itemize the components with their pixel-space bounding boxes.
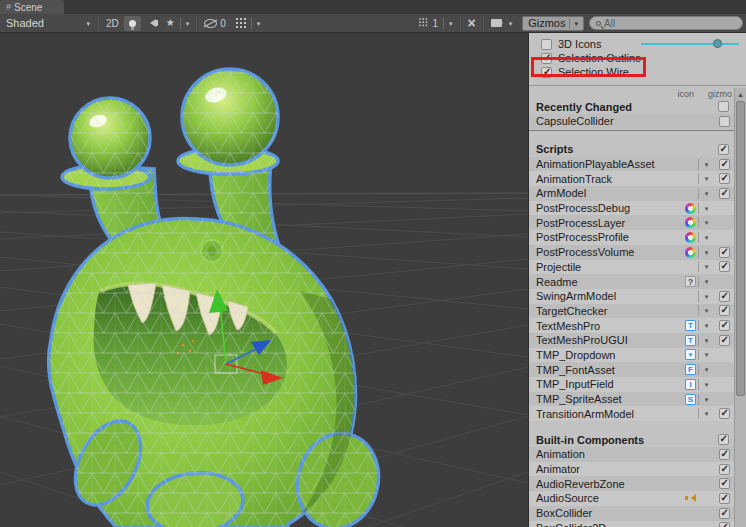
row-gizmo-dropdown	[698, 464, 714, 475]
gizmos-dropdown-button[interactable]: Gizmos ▾	[522, 16, 584, 31]
audio-toggle-button[interactable]	[141, 16, 161, 31]
row-gizmo-dropdown[interactable]: ▾	[698, 305, 714, 316]
row-gizmo-dropdown[interactable]: ▾	[698, 159, 714, 170]
hidden-objects-button[interactable]: 0	[199, 16, 231, 31]
row-gizmo-dropdown[interactable]: ▾	[698, 291, 714, 302]
gizmo-row: BoxCollider2D	[529, 521, 734, 527]
slider-handle[interactable]	[713, 39, 722, 48]
gizmo-row: AudioSource	[529, 491, 734, 506]
section-checkbox-built-in-components[interactable]	[718, 434, 729, 445]
button-divider	[251, 18, 252, 29]
scene-search-field[interactable]	[589, 16, 743, 30]
row-gizmo-dropdown[interactable]: ▾	[698, 408, 714, 419]
button-divider	[180, 18, 181, 29]
row-icon-slot: T	[683, 335, 698, 346]
row-checkbox[interactable]	[719, 408, 730, 419]
row-label: TMP_FontAsset	[536, 364, 683, 376]
row-gizmo-dropdown[interactable]: ▾	[698, 364, 714, 375]
row-gizmo-dropdown[interactable]: ▾	[698, 320, 714, 331]
row-gizmo-dropdown[interactable]: ▾	[698, 261, 714, 272]
shading-mode-label: Shaded	[6, 17, 86, 29]
scene-viewport[interactable]	[0, 33, 528, 527]
row-checkbox[interactable]	[719, 188, 730, 199]
row-checkbox[interactable]	[719, 522, 730, 527]
row-icon-slot: I	[683, 379, 698, 390]
section-rows-recently-changed: CapsuleCollider	[529, 114, 734, 129]
chevron-down-icon: ▾	[449, 20, 453, 27]
editor-tools-button[interactable]: ×	[463, 16, 481, 31]
row-gizmo-dropdown[interactable]: ▾	[698, 379, 714, 390]
section-header-recently-changed: Recently Changed	[529, 99, 734, 114]
lighting-toggle-button[interactable]	[124, 16, 141, 31]
row-gizmo-dropdown[interactable]: ▾	[698, 217, 714, 228]
snap-settings-button[interactable]: 1 ▾	[414, 16, 457, 31]
row-checkbox[interactable]	[719, 478, 730, 489]
search-input[interactable]	[604, 18, 736, 29]
row-checkbox[interactable]	[719, 305, 730, 316]
row-gizmo-dropdown[interactable]: ▾	[698, 349, 714, 360]
row-gizmo-dropdown[interactable]: ▾	[698, 247, 714, 258]
option-checkbox-3d-icons[interactable]	[541, 39, 552, 50]
row-checkbox[interactable]	[719, 449, 730, 460]
row-gizmo-dropdown[interactable]: ▾	[698, 173, 714, 184]
row-label: TMP_Dropdown	[536, 349, 683, 361]
section-title: Scripts	[536, 143, 713, 155]
option-label: 3D Icons	[558, 38, 601, 50]
scrollbar-thumb[interactable]	[736, 101, 745, 396]
postprocess-icon	[685, 247, 696, 258]
chevron-down-icon: ▾	[257, 20, 261, 27]
gizmo-row: PostProcessVolume▾	[529, 245, 734, 260]
gizmo-row: TextMeshProUGUIT▾	[529, 333, 734, 348]
snap-value: 1	[432, 18, 438, 29]
row-gizmo-dropdown[interactable]: ▾	[698, 276, 714, 287]
grid-visibility-button[interactable]: ▾	[231, 16, 266, 31]
icons-size-slider[interactable]	[641, 43, 739, 45]
camera-settings-button[interactable]: ▾	[486, 16, 518, 31]
row-checkbox[interactable]	[719, 247, 730, 258]
chevron-down-icon: ▾	[705, 263, 709, 270]
row-checkbox[interactable]	[719, 320, 730, 331]
shading-mode-dropdown[interactable]: Shaded ▾	[0, 14, 96, 32]
row-checkbox[interactable]	[719, 116, 730, 127]
row-gizmo-dropdown[interactable]: ▾	[698, 394, 714, 405]
row-checkbox[interactable]	[719, 261, 730, 272]
tab-scene[interactable]: # Scene	[0, 0, 64, 14]
column-headers: icon gizmo	[529, 88, 734, 99]
section-gap	[529, 421, 734, 432]
textmeshpro-icon: ▼	[685, 349, 696, 360]
row-gizmo-dropdown[interactable]: ▾	[698, 335, 714, 346]
row-checkbox[interactable]	[719, 508, 730, 519]
effects-toggle-button[interactable]: ★ ▾	[161, 16, 194, 31]
scrollbar-up-arrow[interactable]: ▲	[735, 88, 746, 100]
row-gizmo-dropdown[interactable]: ▾	[698, 232, 714, 243]
row-label: AudioReverbZone	[536, 478, 683, 490]
gizmo-option-3d-icons[interactable]: 3D Icons	[529, 37, 746, 51]
scene-3d-render	[0, 33, 528, 527]
gizmos-button-label: Gizmos	[528, 17, 565, 29]
row-checkbox[interactable]	[719, 493, 730, 504]
toggle-2d-button[interactable]: 2D	[101, 16, 124, 31]
section-checkbox-scripts[interactable]	[718, 144, 729, 155]
row-icon-slot	[683, 217, 698, 228]
row-gizmo-dropdown[interactable]: ▾	[698, 188, 714, 199]
row-gizmo-dropdown[interactable]: ▾	[698, 203, 714, 214]
gizmo-row: SwingArmModel▾	[529, 289, 734, 304]
row-checkbox[interactable]	[719, 173, 730, 184]
row-checkbox[interactable]	[719, 335, 730, 346]
row-gizmo-dropdown	[698, 508, 714, 519]
row-label: Projectile	[536, 261, 683, 273]
row-checkbox[interactable]	[719, 291, 730, 302]
section-checkbox-recently-changed[interactable]	[718, 101, 729, 112]
search-icon	[596, 21, 601, 26]
row-checkbox-slot	[714, 478, 734, 489]
camera-icon	[491, 19, 502, 27]
row-checkbox-slot	[714, 116, 734, 127]
panel-scrollbar[interactable]: ▲	[734, 88, 746, 527]
chevron-down-icon: ▾	[705, 322, 709, 329]
section-title: Recently Changed	[536, 101, 713, 113]
chevron-down-icon: ▾	[705, 396, 709, 403]
row-checkbox[interactable]	[719, 159, 730, 170]
row-checkbox[interactable]	[719, 464, 730, 475]
row-gizmo-dropdown	[698, 116, 714, 127]
postprocess-icon	[685, 203, 696, 214]
